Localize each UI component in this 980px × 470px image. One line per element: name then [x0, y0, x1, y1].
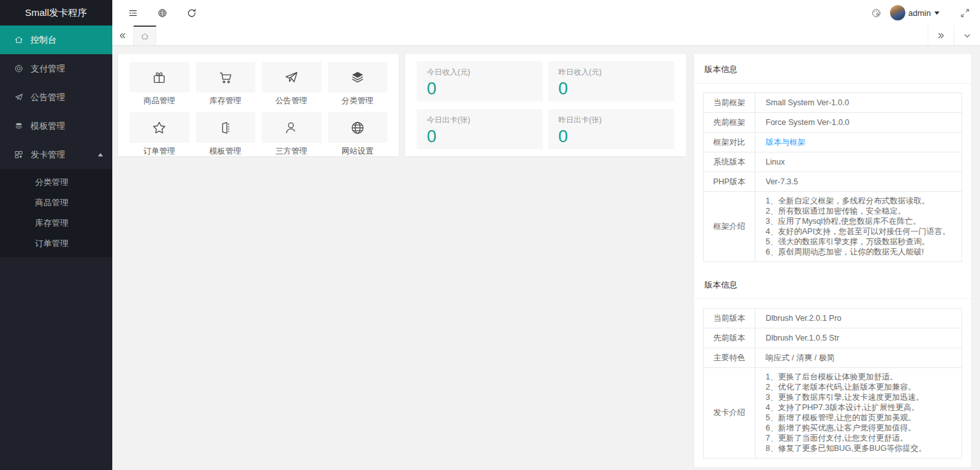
top-header: admin [112, 0, 980, 26]
stat-value: 0 [427, 127, 533, 147]
table-row: 主要特色 响应式 / 清爽 / 极简 [704, 348, 961, 368]
sidebar-submenu: 分类管理 商品管理 库存管理 订单管理 [0, 169, 112, 257]
quick-stock[interactable]: 库存管理 [196, 62, 256, 110]
sidebar-item-label: 发卡管理 [31, 149, 65, 161]
table-row: 框架对比 版本与框架 [704, 133, 961, 152]
stat-value: 0 [558, 127, 664, 147]
sidebar-collapse-button[interactable] [128, 8, 138, 18]
submenu-item-goods[interactable]: 商品管理 [0, 193, 112, 213]
stat-today-cards: 今日出卡(张) 0 [417, 109, 543, 149]
chevron-up-icon [98, 152, 103, 157]
sidebar-item-console[interactable]: 控制台 [0, 26, 112, 54]
submenu-item-order[interactable]: 订单管理 [0, 233, 112, 254]
header-right-tools: admin [871, 5, 980, 20]
stat-today-income: 今日收入(元) 0 [417, 61, 543, 101]
tabs-right-tools [928, 26, 980, 45]
fullscreen-button[interactable] [960, 8, 970, 18]
table-row: 当前框架 Small System Ver-1.0.0 [704, 93, 961, 113]
table-row: 当前版本 Dlbrush Ver.2.0.1 Pro [704, 309, 961, 328]
gift-icon [151, 70, 167, 85]
sidebar-item-label: 模板管理 [31, 121, 65, 132]
chevron-down-icon [963, 31, 972, 40]
main-content: 商品管理 库存管理 公告管理 分类管理 订单管理 模板管理 [112, 46, 980, 470]
table-row-card-intro: 发卡介绍 1、更换了后台模板让体验更加舒适。 2、优化了老版本代码,让新版本更加… [704, 368, 961, 458]
tabs-scroll-right-button[interactable] [928, 26, 954, 45]
quick-category[interactable]: 分类管理 [328, 62, 388, 110]
framework-version-table: 当前框架 Small System Ver-1.0.0 先前框架 Force S… [703, 92, 962, 262]
submenu-item-stock[interactable]: 库存管理 [0, 213, 112, 233]
header-left-tools [112, 8, 197, 18]
submenu-item-category[interactable]: 分类管理 [0, 172, 112, 193]
sidebar: Small发卡程序 控制台 支付管理 公告管理 模板管理 发卡管理 分类管理 商… [0, 0, 112, 470]
template-icon [218, 120, 234, 136]
globe-icon [350, 120, 366, 136]
caret-down-icon [934, 11, 940, 15]
sidebar-item-label: 控制台 [31, 34, 57, 46]
quick-thirdparty[interactable]: 三方管理 [262, 112, 322, 161]
table-row: 系统版本 Linux [704, 152, 961, 172]
sidebar-item-label: 公告管理 [31, 92, 65, 103]
panel-title: 版本信息 [694, 270, 971, 299]
sidebar-item-payment[interactable]: 支付管理 [0, 54, 112, 83]
theme-button[interactable] [871, 8, 882, 18]
user-icon [283, 120, 299, 136]
stat-value: 0 [427, 79, 533, 99]
paper-plane-icon [14, 92, 24, 102]
product-version-table: 当前版本 Dlbrush Ver.2.0.1 Pro 先前版本 Dlbrush … [703, 308, 962, 459]
sidebar-item-template[interactable]: 模板管理 [0, 112, 112, 140]
card-grid-icon [14, 150, 24, 159]
home-icon [140, 32, 149, 41]
table-row: PHP版本 Ver-7.3.5 [704, 172, 961, 192]
tab-home[interactable] [133, 26, 156, 45]
stat-yesterday-cards: 昨日出卡(张) 0 [548, 109, 674, 149]
table-row-framework-intro: 框架介绍 1、全新自定义框架，多线程分布式数据读取。 2、所有数据通过加密传输，… [704, 192, 961, 261]
user-menu[interactable]: admin [890, 5, 940, 20]
layers-icon [350, 70, 366, 85]
tab-bar [112, 26, 980, 46]
globe-icon [157, 8, 168, 18]
username: admin [909, 8, 931, 18]
quick-template[interactable]: 模板管理 [196, 112, 256, 161]
double-chevron-right-icon [937, 31, 946, 40]
payment-icon [14, 64, 24, 73]
double-chevron-left-icon [118, 31, 127, 40]
table-row: 先前版本 Dlbrush Ver.1.0.5 Str [704, 328, 961, 348]
quick-announcement[interactable]: 公告管理 [262, 62, 322, 110]
stats-card: 今日收入(元) 0 昨日收入(元) 0 今日出卡(张) 0 昨日出卡(张) 0 [405, 54, 686, 156]
quick-actions-card: 商品管理 库存管理 公告管理 分类管理 订单管理 模板管理 [118, 54, 399, 156]
panel-title: 版本信息 [694, 54, 971, 84]
theme-palette-icon [871, 8, 882, 18]
language-button[interactable] [157, 8, 168, 18]
app-title: Small发卡程序 [0, 0, 112, 26]
avatar [890, 5, 905, 20]
fullscreen-icon [960, 8, 970, 18]
sidebar-collapse-icon [128, 8, 138, 18]
sidebar-item-card-manage[interactable]: 发卡管理 [0, 140, 112, 169]
quick-goods[interactable]: 商品管理 [130, 62, 189, 110]
framework-version-panel: 版本信息 当前框架 Small System Ver-1.0.0 先前框架 Fo… [694, 54, 971, 271]
refresh-button[interactable] [186, 8, 197, 18]
home-icon [14, 35, 24, 45]
framework-compare-link[interactable]: 版本与框架 [766, 137, 806, 148]
quick-site-settings[interactable]: 网站设置 [328, 112, 388, 161]
tabs-scroll-left-button[interactable] [112, 26, 133, 45]
tabs-menu-button[interactable] [954, 26, 980, 45]
paper-plane-icon [283, 70, 299, 85]
sidebar-item-label: 支付管理 [31, 63, 65, 75]
star-icon [151, 120, 167, 136]
stat-yesterday-income: 昨日收入(元) 0 [548, 61, 674, 101]
refresh-icon [186, 8, 197, 18]
table-row: 先前框架 Force System Ver-1.0.0 [704, 113, 961, 133]
stack-icon [14, 121, 24, 131]
product-version-panel: 版本信息 当前版本 Dlbrush Ver.2.0.1 Pro 先前版本 Dlb… [694, 270, 971, 467]
cart-icon [218, 70, 234, 85]
sidebar-item-announcement[interactable]: 公告管理 [0, 83, 112, 112]
quick-order[interactable]: 订单管理 [130, 112, 189, 161]
stat-value: 0 [558, 79, 664, 99]
